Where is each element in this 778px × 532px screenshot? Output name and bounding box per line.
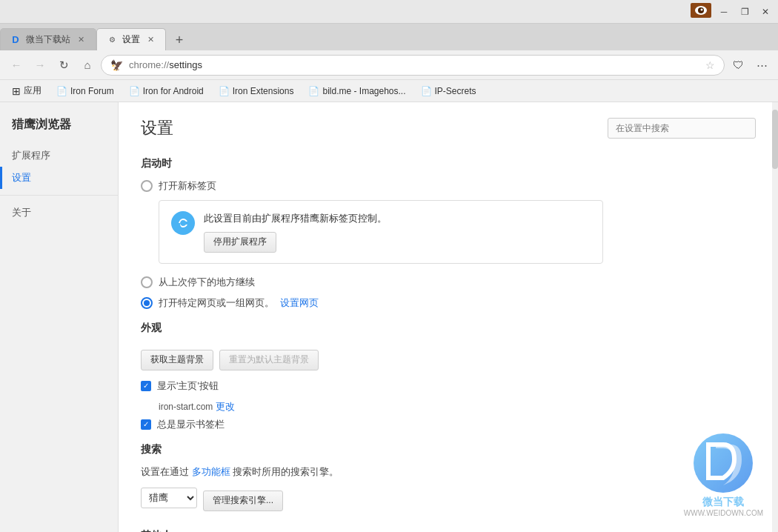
change-home-link[interactable]: 更改 (216, 401, 235, 412)
scrollbar-thumb[interactable] (772, 110, 778, 169)
info-box-content: 此设置目前由扩展程序猎鹰新标签页控制。 停用扩展程序 (204, 211, 387, 253)
sidebar-item-extensions[interactable]: 扩展程序 (0, 144, 118, 167)
set-pages-link[interactable]: 设置网页 (280, 296, 319, 310)
home-button[interactable]: ⌂ (77, 55, 98, 76)
search-desc-text: 设置在通过 (141, 466, 189, 477)
restore-button[interactable]: ❐ (735, 4, 754, 20)
bookmark-icon-iron-android: 📄 (129, 86, 140, 96)
watermark-brand: 微当下载 (684, 496, 763, 509)
search-section-title: 搜索 (141, 443, 756, 456)
forward-button[interactable]: → (30, 55, 50, 76)
appearance-section-title: 外观 (141, 322, 756, 335)
radio-continue-label: 从上次停下的地方继续 (159, 276, 255, 289)
show-home-checkbox: ✓ (141, 381, 151, 391)
bookmark-item-iron-extensions[interactable]: 📄 Iron Extensions (213, 84, 300, 99)
tab-favicon-settings: ⚙ (106, 34, 118, 46)
manage-engines-button[interactable]: 管理搜索引擎... (203, 491, 283, 511)
bookmark-item-ip-secrets[interactable]: 📄 IP-Secrets (415, 84, 482, 99)
radio-newtab-label: 打开新标签页 (159, 179, 216, 193)
search-engine-row: 猎鹰 Google 百度 Bing 管理搜索引擎... (141, 485, 756, 511)
address-bar[interactable]: 🦅 chrome://settings ☆ (101, 55, 725, 76)
others-section-title: 其他人 (141, 529, 756, 533)
address-text: chrome://settings (129, 59, 699, 70)
tab-weidang[interactable]: D 微当下载站 ✕ (0, 28, 96, 50)
toolbar-right: 🛡 ⋯ (728, 55, 772, 76)
show-bookmarks-checkbox: ✓ (141, 419, 151, 430)
apps-button[interactable]: ⊞ 应用 (6, 82, 47, 99)
reload-button[interactable]: ↻ (53, 55, 74, 76)
home-url-row: iron-start.com 更改 (159, 400, 756, 413)
menu-button[interactable]: ⋯ (751, 55, 772, 76)
bookmark-item-iron-forum[interactable]: 📄 Iron Forum (50, 84, 120, 99)
engine-select[interactable]: 猎鹰 Google 百度 Bing (141, 488, 197, 508)
content-header: 设置 (141, 117, 756, 139)
tab-close-settings[interactable]: ✕ (144, 34, 156, 46)
reset-theme-button[interactable]: 重置为默认主题背景 (219, 350, 319, 370)
search-description: 设置在通过 多功能框 搜索时所用的搜索引擎。 (141, 465, 756, 479)
show-home-label: 显示'主页'按钮 (157, 379, 219, 393)
toolbar: ← → ↻ ⌂ 🦅 chrome://settings ☆ 🛡 ⋯ (0, 50, 778, 80)
bookmark-label-iron-extensions: Iron Extensions (233, 86, 294, 96)
radio-specific[interactable]: 打开特定网页或一组网页。 设置网页 (141, 296, 756, 310)
apps-label: 应用 (24, 84, 41, 97)
eye-icon (691, 3, 711, 20)
minimize-button[interactable]: ─ (714, 4, 734, 20)
radio-newtab-circle (141, 180, 153, 192)
bookmark-icon-iron-forum: 📄 (56, 86, 67, 96)
settings-search-input[interactable] (608, 118, 756, 139)
startup-section-title: 启动时 (141, 157, 756, 170)
tab-favicon-weidang: D (10, 34, 21, 46)
radio-continue-circle (141, 276, 153, 288)
disable-extension-button[interactable]: 停用扩展程序 (204, 232, 276, 253)
svg-point-4 (173, 213, 193, 233)
sidebar-label-settings: 设置 (12, 171, 31, 184)
extension-icon (171, 211, 195, 235)
bookmark-icon-bildme: 📄 (308, 86, 319, 96)
url-path: settings (169, 59, 202, 70)
checkbox-show-home[interactable]: ✓ 显示'主页'按钮 (141, 379, 756, 393)
checkbox-show-bookmarks[interactable]: ✓ 总是显示书签栏 (141, 418, 756, 431)
sidebar-item-settings[interactable]: 设置 (0, 167, 118, 189)
bookmark-icon-ip-secrets: 📄 (421, 86, 432, 96)
omnibox-link[interactable]: 多功能框 (192, 466, 230, 477)
tab-label-settings: 设置 (122, 33, 140, 46)
radio-specific-circle (141, 297, 153, 309)
sidebar-item-about[interactable]: 关于 (0, 202, 118, 224)
search-desc-end: 搜索时所用的搜索引擎。 (233, 466, 339, 477)
home-url-text: iron-start.com (159, 402, 213, 412)
shield-button[interactable]: 🛡 (728, 55, 748, 76)
tab-bar: D 微当下载站 ✕ ⚙ 设置 ✕ + (0, 24, 778, 50)
bookmark-label-bildme: bild.me - Imagehos... (322, 86, 405, 96)
back-button[interactable]: ← (6, 55, 27, 76)
sidebar-label-extensions: 扩展程序 (12, 149, 50, 162)
radio-continue[interactable]: 从上次停下的地方继续 (141, 276, 756, 289)
url-protocol: chrome:// (129, 59, 169, 70)
bookmark-star-icon[interactable]: ☆ (705, 59, 715, 71)
close-button[interactable]: ✕ (756, 4, 775, 20)
tab-settings[interactable]: ⚙ 设置 ✕ (96, 28, 166, 50)
title-bar: ─ ❐ ✕ (0, 0, 778, 24)
main-container: 猎鹰浏览器 扩展程序 设置 关于 设置 启动时 打开新标签页 (0, 102, 778, 532)
radio-specific-label: 打开特定网页或一组网页。 (159, 296, 274, 310)
bookmark-label-iron-android: Iron for Android (143, 86, 204, 96)
sidebar-title: 猎鹰浏览器 (0, 114, 118, 144)
watermark-logo (694, 433, 753, 493)
get-theme-button[interactable]: 获取主题背景 (141, 350, 213, 370)
radio-newtab[interactable]: 打开新标签页 (141, 179, 756, 193)
bookmark-label-ip-secrets: IP-Secrets (435, 86, 476, 96)
page-title: 设置 (141, 117, 173, 139)
bookmark-label-iron-forum: Iron Forum (70, 86, 114, 96)
tab-label-weidang: 微当下载站 (26, 33, 70, 46)
sidebar: 猎鹰浏览器 扩展程序 设置 关于 (0, 102, 119, 532)
apps-grid-icon: ⊞ (12, 85, 21, 97)
scrollbar[interactable] (772, 102, 778, 532)
bookmark-item-iron-android[interactable]: 📄 Iron for Android (123, 84, 210, 99)
address-favicon: 🦅 (110, 59, 123, 71)
bookmark-item-bildme[interactable]: 📄 bild.me - Imagehos... (302, 84, 411, 99)
sidebar-label-about: 关于 (12, 206, 31, 219)
show-bookmarks-label: 总是显示书签栏 (157, 418, 225, 431)
new-tab-button[interactable]: + (169, 30, 190, 50)
watermark-url: WWW.WEIDOWN.COM (684, 509, 763, 517)
tab-close-weidang[interactable]: ✕ (75, 34, 87, 46)
sidebar-divider (0, 195, 118, 196)
